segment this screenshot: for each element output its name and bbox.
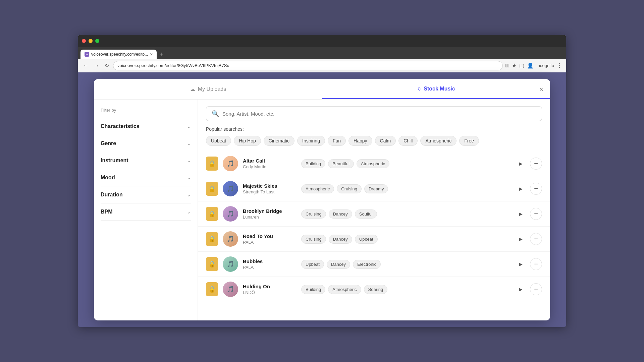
song-list: 🔒 🎵 Altar Call Cody Martin Building Beau…: [198, 148, 550, 320]
play-button-0[interactable]: ▶: [515, 158, 527, 170]
song-actions-5: ▶ +: [515, 283, 542, 295]
song-actions-3: ▶ +: [515, 233, 542, 245]
tag-calm[interactable]: Calm: [375, 136, 396, 146]
modal-close-button[interactable]: ×: [539, 86, 543, 93]
tab-my-uploads[interactable]: ☁ My Uploads: [94, 79, 322, 99]
url-text: voiceover.speechify.com/editor/8Gy5WvBeV…: [117, 63, 229, 68]
new-tab-button[interactable]: +: [157, 50, 166, 59]
address-bar: ← → ↻ voiceover.speechify.com/editor/8Gy…: [78, 59, 566, 72]
menu-icon[interactable]: ⋮: [557, 62, 562, 69]
add-button-0[interactable]: +: [530, 158, 542, 170]
song-tag[interactable]: Soaring: [364, 285, 388, 294]
tag-atmospheric[interactable]: Atmospheric: [420, 136, 457, 146]
song-tag[interactable]: Soulful: [355, 209, 377, 219]
filter-duration[interactable]: Duration ⌄: [101, 186, 191, 203]
upload-cloud-icon: ☁: [190, 86, 195, 93]
play-button-4[interactable]: ▶: [515, 258, 527, 270]
reload-button[interactable]: ↻: [103, 61, 110, 70]
tab-close-button[interactable]: ×: [150, 52, 153, 57]
lock-button-3[interactable]: 🔒: [206, 232, 218, 246]
filter-by-label: Filter by: [101, 108, 191, 113]
tag-chill[interactable]: Chill: [398, 136, 418, 146]
chevron-down-icon: ⌄: [187, 175, 191, 180]
song-tag[interactable]: Atmospheric: [301, 184, 334, 193]
minimize-dot[interactable]: [89, 39, 93, 43]
song-tag[interactable]: Upbeat: [301, 260, 324, 269]
song-tag[interactable]: Building: [301, 285, 325, 294]
add-button-1[interactable]: +: [530, 183, 542, 195]
tab-stock-music[interactable]: ♫ Stock Music: [322, 79, 550, 99]
popular-tags-row: Upbeat Hip Hop Cinematic Inspiring Fun H…: [206, 136, 542, 146]
add-button-3[interactable]: +: [530, 233, 542, 245]
tab-bar: M voiceover.speechify.com/edito... × +: [78, 47, 566, 59]
filter-bpm-label: BPM: [101, 209, 113, 215]
song-tag[interactable]: Dancey: [329, 209, 352, 219]
song-tag[interactable]: Atmospheric: [357, 159, 389, 168]
search-input[interactable]: [222, 111, 536, 117]
filter-bpm[interactable]: BPM ⌄: [101, 203, 191, 221]
filter-characteristics[interactable]: Characteristics ⌄: [101, 118, 191, 135]
tag-hip-hop[interactable]: Hip Hop: [234, 136, 261, 146]
tag-cinematic[interactable]: Cinematic: [264, 136, 294, 146]
bookmark-icon[interactable]: ★: [512, 62, 517, 69]
play-button-1[interactable]: ▶: [515, 183, 527, 195]
song-tag[interactable]: Beautiful: [328, 159, 354, 168]
url-box[interactable]: voiceover.speechify.com/editor/8Gy5WvBeV…: [113, 61, 503, 70]
maximize-dot[interactable]: [95, 39, 99, 43]
title-bar: [78, 35, 566, 47]
close-dot[interactable]: [82, 39, 86, 43]
play-button-3[interactable]: ▶: [515, 233, 527, 245]
add-button-2[interactable]: +: [530, 208, 542, 220]
song-tag[interactable]: Cruising: [301, 209, 326, 219]
forward-button[interactable]: →: [93, 61, 101, 70]
chevron-down-icon: ⌄: [187, 124, 191, 129]
lock-button-4[interactable]: 🔒: [206, 257, 218, 271]
profile-icon[interactable]: 👤: [527, 62, 534, 69]
song-title-3: Road To You: [243, 233, 297, 239]
filter-instrument-label: Instrument: [101, 158, 128, 164]
lock-button-0[interactable]: 🔒: [206, 157, 218, 171]
tag-fun[interactable]: Fun: [328, 136, 346, 146]
song-title-2: Brooklyn Bridge: [243, 208, 297, 214]
song-artist-5: LNDÖ: [243, 290, 297, 295]
filter-instrument[interactable]: Instrument ⌄: [101, 152, 191, 169]
song-info-0: Altar Call Cody Martin: [243, 158, 297, 169]
song-tag[interactable]: Atmospheric: [328, 285, 361, 294]
stock-music-modal: ☁ My Uploads ♫ Stock Music × Filter by C…: [94, 79, 550, 320]
song-tag[interactable]: Dancey: [329, 235, 352, 244]
song-tag[interactable]: Dreamy: [364, 184, 388, 193]
add-button-4[interactable]: +: [530, 258, 542, 270]
play-button-5[interactable]: ▶: [515, 283, 527, 295]
tag-upbeat[interactable]: Upbeat: [206, 136, 231, 146]
active-tab[interactable]: M voiceover.speechify.com/edito... ×: [80, 50, 157, 59]
tag-inspiring[interactable]: Inspiring: [297, 136, 325, 146]
lock-button-1[interactable]: 🔒: [206, 182, 218, 196]
song-tag[interactable]: Cruising: [337, 184, 362, 193]
tab-uploads-label: My Uploads: [198, 86, 226, 92]
song-tag[interactable]: Cruising: [301, 235, 326, 244]
search-box[interactable]: 🔍: [206, 106, 542, 121]
song-tag[interactable]: Electronic: [353, 260, 381, 269]
add-button-5[interactable]: +: [530, 283, 542, 295]
main-content: 🔍 Popular searches: Upbeat Hip Hop Cinem…: [198, 100, 550, 320]
extensions-icon[interactable]: ▢: [519, 62, 524, 69]
song-actions-0: ▶ +: [515, 158, 542, 170]
song-tag[interactable]: Dancey: [327, 260, 350, 269]
song-tag[interactable]: Upbeat: [355, 235, 378, 244]
play-button-2[interactable]: ▶: [515, 208, 527, 220]
filter-mood[interactable]: Mood ⌄: [101, 169, 191, 186]
tag-free[interactable]: Free: [459, 136, 479, 146]
song-avatar-1: 🎵: [223, 181, 238, 196]
lock-button-2[interactable]: 🔒: [206, 207, 218, 221]
song-tag[interactable]: Building: [301, 159, 325, 168]
back-button[interactable]: ←: [82, 61, 90, 70]
lock-button-5[interactable]: 🔒: [206, 282, 218, 296]
song-artist-0: Cody Martin: [243, 164, 297, 169]
song-avatar-5: 🎵: [223, 282, 238, 297]
filter-genre[interactable]: Genre ⌄: [101, 135, 191, 152]
chevron-down-icon: ⌄: [187, 141, 191, 146]
modal-header: ☁ My Uploads ♫ Stock Music ×: [94, 79, 550, 100]
song-info-3: Road To You PALA: [243, 233, 297, 245]
song-title-5: Holding On: [243, 284, 297, 289]
tag-happy[interactable]: Happy: [348, 136, 372, 146]
